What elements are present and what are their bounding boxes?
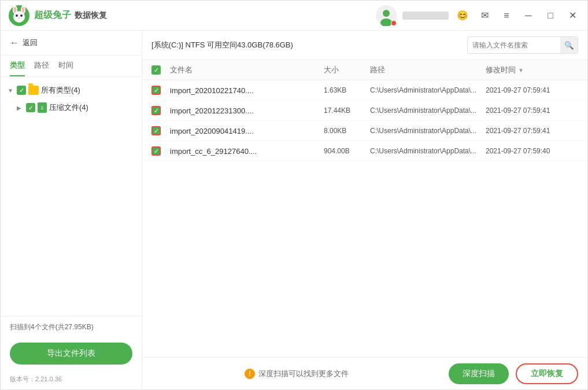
deep-scan-button[interactable]: 深度扫描	[449, 363, 509, 384]
menu-icon-btn[interactable]: ≡	[498, 8, 515, 24]
app-title: 超级兔子 数据恢复	[34, 9, 107, 21]
tab-path[interactable]: 路径	[34, 60, 49, 76]
file-path-0: C:\Users\Administrator\AppData\...	[370, 86, 486, 94]
row-checkbox-3[interactable]: ✓	[151, 146, 161, 156]
file-size-3: 904.00B	[324, 147, 370, 155]
file-time-1: 2021-09-27 07:59:41	[486, 106, 578, 115]
col-filename: 文件名	[170, 65, 324, 75]
recover-button[interactable]: 立即恢复	[516, 363, 578, 384]
folder-icon	[28, 86, 39, 95]
content-header: [系统(C:)] NTFS 可用空间43.0GB(78.6GB) 🔍	[142, 31, 587, 60]
col-path: 路径	[370, 65, 486, 75]
file-name-0: import_202010221740....	[170, 86, 324, 95]
tree-label-zip: 压缩文件(4)	[49, 102, 88, 113]
version-text: 版本号：2.21.0.36	[1, 371, 142, 389]
file-size-1: 17.44KB	[324, 106, 370, 115]
file-path-3: C:\Users\Administrator\AppData\...	[370, 147, 486, 155]
header-checkbox[interactable]: ✓	[151, 65, 161, 75]
app-logo: 超级兔子 数据恢复	[8, 4, 107, 27]
tree-checkbox-all[interactable]: ✓	[17, 86, 26, 95]
col-filename-label: 文件名	[170, 65, 193, 75]
svg-point-10	[383, 10, 390, 17]
titlebar: 超级兔子 数据恢复 😊 ✉ ≡ ─	[1, 1, 587, 31]
file-time-2: 2021-09-27 07:59:41	[486, 127, 578, 135]
table-row[interactable]: ✓ import_202012231300.... 17.44KB C:\Use…	[142, 101, 587, 121]
app-window: 超级兔子 数据恢复 😊 ✉ ≡ ─	[0, 0, 588, 390]
table-row[interactable]: ✓ import_cc_6_29127640.... 904.00B C:\Us…	[142, 141, 587, 161]
sidebar-scan-count: 扫描到4个文件(共27.95KB)	[1, 316, 142, 338]
tree-label-all: 所有类型(4)	[41, 85, 80, 95]
hint-icon: !	[245, 369, 255, 379]
zip-icon: Z	[38, 102, 47, 113]
row-checkbox-1[interactable]: ✓	[151, 106, 161, 115]
col-modified-label: 修改时间	[486, 65, 516, 75]
tab-type[interactable]: 类型	[10, 60, 25, 76]
table-row[interactable]: ✓ import_202010221740.... 1.63KB C:\User…	[142, 80, 587, 101]
col-path-label: 路径	[370, 65, 385, 75]
back-arrow-icon: ←	[10, 38, 19, 48]
table-body: ✓ import_202010221740.... 1.63KB C:\User…	[142, 80, 587, 357]
maximize-btn[interactable]: □	[542, 8, 559, 24]
back-label: 返回	[23, 38, 38, 48]
app-name-cn: 超级兔子	[34, 10, 71, 20]
col-size-label: 大小	[324, 65, 339, 75]
file-time-3: 2021-09-27 07:59:40	[486, 147, 578, 155]
avatar-badge	[391, 20, 397, 26]
col-size: 大小	[324, 65, 370, 75]
close-btn[interactable]: ✕	[564, 8, 580, 24]
main-area: ← 返回 类型 路径 时间 ▼ ✓ 所有类型(4) ▶	[1, 31, 587, 389]
titlebar-right: 😊 ✉ ≡ ─ □ ✕	[376, 5, 580, 26]
svg-point-8	[19, 17, 20, 19]
export-button[interactable]: 导出文件列表	[10, 343, 132, 365]
file-name-1: import_202012231300....	[170, 106, 324, 115]
sidebar: ← 返回 类型 路径 时间 ▼ ✓ 所有类型(4) ▶	[1, 31, 142, 389]
file-size-0: 1.63KB	[324, 86, 370, 94]
tree-expand-arrow: ▼	[8, 87, 14, 94]
col-modified: 修改时间 ▼	[486, 65, 578, 75]
file-path-1: C:\Users\Administrator\AppData\...	[370, 106, 486, 115]
tab-time[interactable]: 时间	[58, 60, 73, 76]
logo-icon	[8, 4, 31, 27]
file-path-2: C:\Users\Administrator\AppData\...	[370, 127, 486, 135]
table-row[interactable]: ✓ import_202009041419.... 8.00KB C:\User…	[142, 121, 587, 141]
search-input[interactable]	[468, 41, 560, 49]
file-name-3: import_cc_6_29127640....	[170, 147, 324, 156]
sidebar-tabs: 类型 路径 时间	[1, 56, 142, 77]
svg-point-5	[13, 11, 25, 23]
hint-text: 深度扫描可以找到更多文件	[258, 369, 349, 379]
disk-info: [系统(C:)] NTFS 可用空间43.0GB(78.6GB)	[151, 40, 293, 50]
bottom-bar: ! 深度扫描可以找到更多文件 深度扫描 立即恢复	[142, 357, 587, 389]
sidebar-tree: ▼ ✓ 所有类型(4) ▶ ✓ Z 压缩文件(4)	[1, 77, 142, 316]
search-box: 🔍	[467, 36, 578, 54]
svg-point-7	[20, 14, 23, 17]
deep-scan-hint: ! 深度扫描可以找到更多文件	[151, 369, 442, 379]
svg-point-6	[16, 14, 18, 17]
app-name-sub: 数据恢复	[75, 10, 107, 20]
tree-checkbox-zip[interactable]: ✓	[26, 103, 35, 112]
user-name-blurred	[402, 12, 449, 20]
file-size-2: 8.00KB	[324, 127, 370, 135]
row-checkbox-2[interactable]: ✓	[151, 126, 161, 135]
tree-child-arrow: ▶	[17, 105, 24, 111]
tree-item-zip[interactable]: ▶ ✓ Z 压缩文件(4)	[1, 99, 142, 116]
tree-item-all-types[interactable]: ▼ ✓ 所有类型(4)	[1, 82, 142, 99]
minimize-btn[interactable]: ─	[520, 8, 537, 24]
mail-icon-btn[interactable]: ✉	[476, 8, 493, 24]
col-checkbox: ✓	[151, 65, 170, 75]
row-checkbox-0[interactable]: ✓	[151, 86, 161, 95]
table-header: ✓ 文件名 大小 路径 修改时间 ▼	[142, 60, 587, 80]
user-avatar[interactable]	[376, 5, 397, 26]
back-button[interactable]: ← 返回	[10, 38, 132, 48]
file-name-2: import_202009041419....	[170, 127, 324, 135]
sort-icon: ▼	[518, 67, 524, 73]
emoji-icon-btn[interactable]: 😊	[454, 8, 471, 24]
search-button[interactable]: 🔍	[560, 36, 578, 54]
sidebar-nav: ← 返回	[1, 31, 142, 56]
content-area: [系统(C:)] NTFS 可用空间43.0GB(78.6GB) 🔍 ✓ 文件名…	[142, 31, 587, 389]
file-time-0: 2021-09-27 07:59:41	[486, 86, 578, 94]
